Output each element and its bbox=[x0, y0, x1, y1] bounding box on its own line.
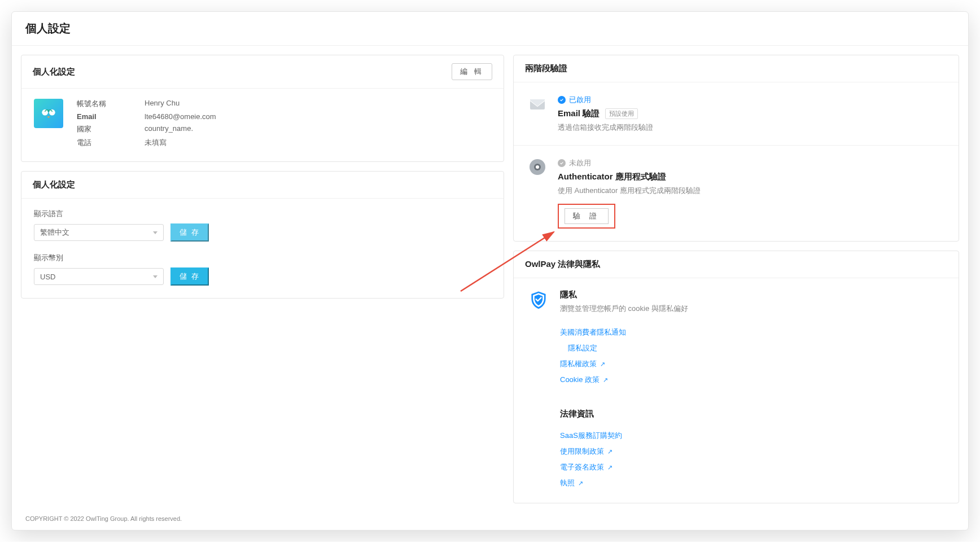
link-cookie-policy[interactable]: Cookie 政策↗ bbox=[560, 375, 944, 385]
twofa-email-title: Email 驗證 bbox=[558, 108, 600, 119]
value-country: country_name. bbox=[145, 124, 193, 134]
check-circle-icon bbox=[558, 159, 566, 167]
language-label: 顯示語言 bbox=[34, 209, 491, 219]
display-card-title: 個人化設定 bbox=[33, 179, 75, 190]
currency-label: 顯示幣別 bbox=[34, 253, 491, 263]
external-link-icon: ↗ bbox=[607, 464, 613, 471]
authenticator-status-text: 未啟用 bbox=[569, 158, 591, 168]
link-privacy-settings[interactable]: 隱私設定 bbox=[560, 343, 944, 353]
twofa-authenticator-item: 未啟用 Authenticator 應用程式驗證 使用 Authenticato… bbox=[514, 146, 959, 241]
language-select[interactable]: 繁體中文 bbox=[34, 224, 164, 241]
personal-card-title: 個人化設定 bbox=[33, 67, 75, 77]
link-usage-policy[interactable]: 使用限制政策↗ bbox=[560, 446, 944, 457]
twofa-email-item: 已啟用 Email 驗證 預設使用 透過信箱接收完成兩階段驗證 bbox=[514, 82, 959, 146]
privacy-desc: 瀏覽並管理您帳戶的 cookie 與隱私偏好 bbox=[560, 304, 688, 314]
page-title: 個人設定 bbox=[25, 21, 955, 36]
display-settings-card: 個人化設定 顯示語言 繁體中文 儲 存 顯示幣別 USD 儲 存 bbox=[21, 171, 504, 299]
link-esign-policy[interactable]: 電子簽名政策↗ bbox=[560, 462, 944, 472]
legal-privacy-card: OwlPay 法律與隱私 隱私 瀏覽並管理您帳戶的 cookie 與隱私偏好 美… bbox=[513, 251, 959, 503]
link-license[interactable]: 執照↗ bbox=[560, 478, 944, 488]
link-ccpa[interactable]: 美國消費者隱私通知 bbox=[560, 327, 944, 337]
save-language-button[interactable]: 儲 存 bbox=[170, 223, 209, 242]
value-email: lte64680@omeie.com bbox=[145, 112, 216, 121]
label-phone: 電話 bbox=[77, 138, 122, 148]
svg-point-5 bbox=[536, 165, 539, 169]
shield-check-icon bbox=[528, 290, 549, 310]
external-link-icon: ↗ bbox=[578, 480, 583, 486]
twofa-authenticator-title: Authenticator 應用程式驗證 bbox=[558, 172, 666, 182]
default-badge: 預設使用 bbox=[605, 108, 638, 119]
legal-info-heading: 法律資訊 bbox=[560, 409, 944, 419]
twofa-authenticator-desc: 使用 Authenticator 應用程式完成兩階段驗證 bbox=[558, 186, 944, 196]
legal-card-title: OwlPay 法律與隱私 bbox=[525, 259, 600, 270]
copyright-footer: COPYRIGHT © 2022 OwlTing Group. All righ… bbox=[25, 515, 182, 522]
link-saas-contract[interactable]: SaaS服務訂購契約 bbox=[560, 431, 944, 441]
edit-button[interactable]: 編 輯 bbox=[452, 63, 492, 80]
mail-icon bbox=[528, 95, 546, 113]
verify-highlight-box: 驗 證 bbox=[558, 204, 615, 229]
svg-point-0 bbox=[42, 109, 48, 116]
email-status-text: 已啟用 bbox=[569, 95, 591, 105]
external-link-icon: ↗ bbox=[607, 448, 613, 455]
authenticator-icon bbox=[528, 158, 546, 176]
label-account-name: 帳號名稱 bbox=[77, 99, 122, 109]
owl-avatar-icon bbox=[38, 103, 59, 124]
currency-select[interactable]: USD bbox=[34, 268, 164, 285]
twofa-card-title: 兩階段驗證 bbox=[525, 63, 567, 74]
avatar bbox=[34, 99, 63, 128]
personal-info-card: 個人化設定 編 輯 bbox=[21, 55, 504, 162]
check-circle-icon bbox=[558, 96, 566, 104]
external-link-icon: ↗ bbox=[603, 376, 608, 383]
save-currency-button[interactable]: 儲 存 bbox=[170, 267, 209, 286]
twofa-card: 兩階段驗證 已啟用 Email 驗證 預設使用 bbox=[513, 55, 959, 242]
external-link-icon: ↗ bbox=[600, 361, 605, 367]
privacy-heading: 隱私 bbox=[560, 290, 688, 300]
link-privacy-policy[interactable]: 隱私權政策↗ bbox=[560, 359, 944, 369]
value-account-name: Henry Chu bbox=[145, 99, 180, 109]
twofa-email-desc: 透過信箱接收完成兩階段驗證 bbox=[558, 122, 944, 133]
svg-point-1 bbox=[49, 109, 55, 116]
label-email: Email bbox=[77, 112, 122, 121]
value-phone: 未填寫 bbox=[145, 138, 167, 148]
label-country: 國家 bbox=[77, 124, 122, 134]
verify-button[interactable]: 驗 證 bbox=[565, 208, 609, 224]
